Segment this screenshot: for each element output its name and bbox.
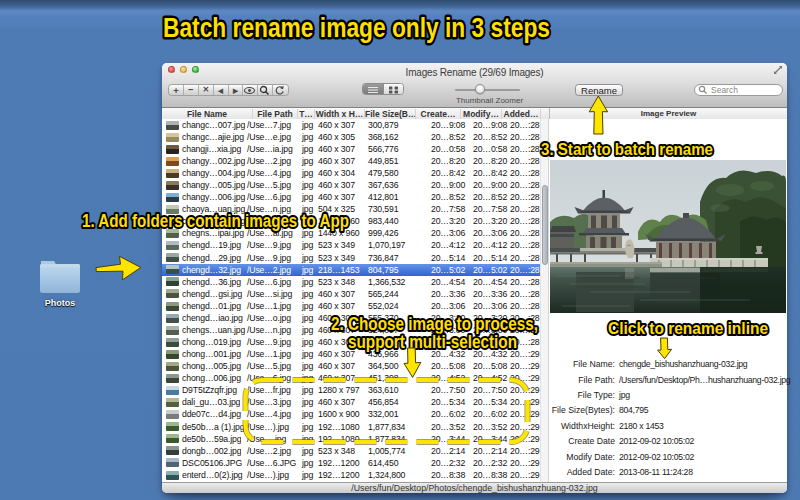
svg-text:Photos: Photos (45, 298, 76, 308)
